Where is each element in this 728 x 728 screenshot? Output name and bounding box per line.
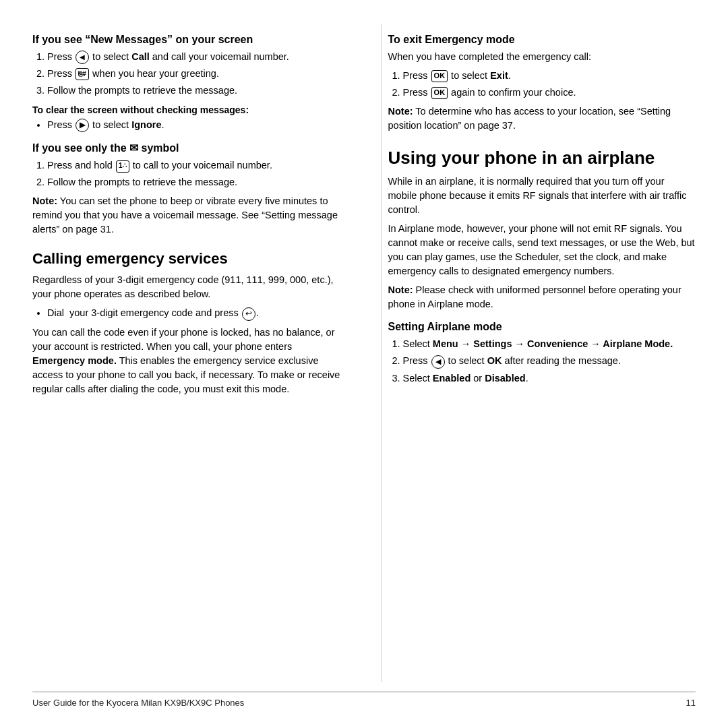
new-messages-title: If you see “New Messages” on your screen (32, 34, 340, 46)
list-item: Follow the prompts to retrieve the messa… (47, 175, 340, 189)
exit-emergency-note: Note: To determine who has access to you… (388, 104, 696, 133)
exit-emergency-intro: When you have completed the emergency ca… (388, 50, 696, 64)
exit-emergency-title: To exit Emergency mode (388, 34, 696, 46)
section-setting-airplane: Setting Airplane mode Select Menu → Sett… (388, 321, 696, 385)
content-area: If you see “New Messages” on your screen… (32, 24, 696, 682)
footer: User Guide for the Kyocera Milan KX9B/KX… (32, 692, 696, 708)
calling-emergency-title: Calling emergency services (32, 250, 340, 268)
list-item: Dial your 3-digit emergency code and pre… (47, 306, 340, 320)
list-item: Press ◀ to select Call and call your voi… (47, 50, 340, 64)
airplane-note: Note: Please check with uniformed person… (388, 283, 696, 311)
list-item: Select Enabled or Disabled. (403, 371, 696, 386)
calling-emergency-body: You can call the code even if your phone… (32, 326, 340, 396)
exit-emergency-steps: Press OK to select Exit. Press OK again … (403, 69, 696, 100)
list-item: Follow the prompts to retrieve the messa… (47, 84, 340, 98)
section-only-symbol: If you see only the ✉ symbol Press and h… (32, 142, 340, 237)
list-item: Press OK again to confirm your choice. (403, 86, 696, 100)
airplane-para1: While in an airplane, it is normally req… (388, 175, 696, 217)
clear-screen-list: Press ▶ to select Ignore. (47, 118, 340, 132)
list-item: Press OK to select Exit. (403, 69, 696, 83)
right-column: To exit Emergency mode When you have com… (381, 24, 696, 682)
left-column: If you see “New Messages” on your screen… (32, 24, 354, 682)
ok-icon: OK (431, 70, 448, 82)
calling-emergency-intro: Regardless of your 3-digit emergency cod… (32, 273, 340, 301)
section-airplane: Using your phone in an airplane While in… (388, 148, 696, 311)
list-item: Press and hold 1∴ to call to your voicem… (47, 158, 340, 173)
clear-screen-subtitle: To clear the screen without checking mes… (32, 104, 340, 115)
ok-icon: OK (431, 87, 448, 99)
footer-right: 11 (686, 698, 696, 708)
airplane-para2: In Airplane mode, however, your phone wi… (388, 222, 696, 278)
airplane-title: Using your phone in an airplane (388, 148, 696, 169)
setting-airplane-title: Setting Airplane mode (388, 321, 696, 333)
new-messages-steps: Press ◀ to select Call and call your voi… (47, 50, 340, 98)
call-icon: ◀ (75, 51, 89, 64)
send-icon: ↩ (242, 307, 255, 321)
list-item: Press ◀ to select OK after reading the m… (403, 354, 696, 368)
list-item: Press ▶ to select Ignore. (47, 118, 340, 132)
only-symbol-note: Note: You can set the phone to beep or v… (32, 194, 340, 237)
page: If you see “New Messages” on your screen… (0, 0, 728, 728)
circle-icon: ◀ (431, 355, 445, 369)
only-symbol-title: If you see only the ✉ symbol (32, 142, 340, 154)
list-item: Press ⎘# when you hear your greeting. (47, 67, 340, 81)
section-new-messages: If you see “New Messages” on your screen… (32, 34, 340, 132)
setting-airplane-steps: Select Menu → Settings → Convenience → A… (403, 337, 696, 385)
hash-icon: ⎘# (75, 68, 89, 80)
section-calling-emergency: Calling emergency services Regardless of… (32, 250, 340, 396)
section-exit-emergency: To exit Emergency mode When you have com… (388, 34, 696, 133)
1-icon: 1∴ (116, 160, 129, 173)
d-icon: ▶ (75, 119, 89, 132)
calling-emergency-list: Dial your 3-digit emergency code and pre… (47, 306, 340, 320)
list-item: Select Menu → Settings → Convenience → A… (403, 337, 696, 351)
only-symbol-steps: Press and hold 1∴ to call to your voicem… (47, 158, 340, 189)
footer-left: User Guide for the Kyocera Milan KX9B/KX… (32, 698, 244, 708)
